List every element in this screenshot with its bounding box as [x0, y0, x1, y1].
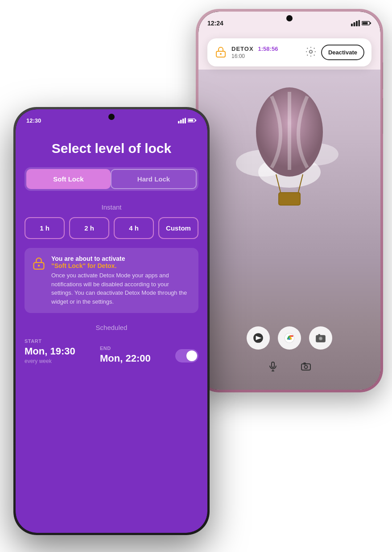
back-status-bar: 12:24 — [198, 12, 380, 31]
scheduled-section-label: Scheduled — [25, 324, 198, 331]
back-phone-status-icons — [351, 20, 371, 26]
chrome-icon — [284, 332, 295, 344]
info-text-block: You are about to activate "Soft Lock" fo… — [51, 255, 191, 306]
info-lock-svg — [32, 256, 46, 270]
notif-gear-icon[interactable] — [305, 46, 317, 59]
microphone-icon[interactable] — [263, 357, 283, 376]
notif-row1: DETOX 1:58:56 — [231, 45, 301, 52]
front-phone: 12:30 — [13, 107, 210, 535]
start-repeat: every week — [25, 358, 91, 364]
front-camera-notch — [108, 114, 115, 120]
hard-lock-btn[interactable]: Hard Lock — [111, 169, 197, 189]
schedule-start-block: START Mon, 19:30 every week — [25, 338, 91, 364]
back-phone-time: 12:24 — [207, 20, 223, 27]
time-option-custom[interactable]: Custom — [158, 217, 198, 239]
soft-lock-btn[interactable]: Soft Lock — [26, 169, 111, 189]
notification-card: DETOX 1:58:56 16:00 Deactivate — [207, 38, 371, 66]
svg-rect-34 — [180, 119, 182, 123]
camera-icon — [315, 332, 326, 344]
svg-rect-30 — [301, 364, 310, 370]
start-time: Mon, 19:30 — [25, 346, 91, 357]
back-dock — [198, 326, 380, 376]
info-title-part1: You are about to activate — [51, 255, 125, 262]
games-icon — [252, 332, 264, 344]
info-card: You are about to activate "Soft Lock" fo… — [25, 248, 198, 313]
time-option-2h[interactable]: 2 h — [69, 217, 109, 239]
svg-point-41 — [38, 264, 40, 267]
dock-icon-2[interactable] — [278, 326, 301, 350]
lock-icon-svg — [215, 45, 227, 58]
signal-icon — [351, 20, 360, 26]
dock-icon-1[interactable] — [247, 326, 270, 350]
schedule-end-block: END Mon, 22:00 — [100, 346, 166, 364]
svg-rect-35 — [182, 119, 184, 124]
info-body-text: Once you activate Detox Mode your apps a… — [51, 271, 191, 306]
back-phone-side-btn-1 — [383, 62, 383, 89]
scene: 12:24 — [0, 0, 392, 552]
mic-svg — [268, 361, 278, 372]
svg-point-31 — [305, 366, 308, 369]
camera-small-svg — [301, 361, 311, 372]
deactivate-button[interactable]: Deactivate — [321, 45, 364, 60]
svg-rect-6 — [370, 22, 371, 24]
hot-air-balloon-svg — [227, 74, 352, 252]
front-status-icons — [178, 118, 197, 124]
front-phone-inner: 12:30 — [16, 109, 207, 533]
svg-rect-26 — [318, 334, 320, 335]
time-option-4h[interactable]: 4 h — [114, 217, 154, 239]
svg-rect-3 — [359, 20, 360, 26]
info-title: You are about to activate "Soft Lock" fo… — [51, 255, 191, 269]
svg-rect-2 — [356, 21, 358, 26]
svg-rect-38 — [188, 119, 193, 122]
svg-point-8 — [220, 53, 222, 55]
back-dock-bottom-row — [198, 357, 380, 376]
instant-section-label: Instant — [25, 203, 198, 211]
front-phone-screen: 12:30 — [16, 109, 207, 533]
notif-detox-label: DETOX — [231, 45, 254, 52]
notif-lock-icon — [215, 45, 227, 60]
notif-timer: 1:58:56 — [258, 45, 278, 52]
time-options-row: 1 h 2 h 4 h Custom — [25, 217, 198, 239]
end-time: Mon, 22:00 — [100, 353, 166, 364]
scheduled-row: START Mon, 19:30 every week END Mon, 22:… — [25, 338, 198, 364]
svg-rect-39 — [195, 119, 196, 121]
svg-point-25 — [319, 337, 322, 339]
camera-dock-icon[interactable] — [296, 357, 316, 376]
scheduled-toggle[interactable] — [175, 349, 198, 363]
info-title-part2: "Soft Lock" for Detox. — [51, 262, 116, 269]
svg-rect-17 — [279, 193, 300, 205]
front-battery-icon — [188, 118, 197, 123]
start-label: START — [25, 338, 91, 344]
time-option-1h[interactable]: 1 h — [25, 217, 65, 239]
end-label: END — [100, 346, 166, 351]
svg-rect-33 — [178, 121, 180, 123]
svg-rect-27 — [272, 362, 274, 367]
dock-icon-3[interactable] — [309, 326, 332, 350]
info-lock-icon — [32, 256, 46, 270]
notif-info: DETOX 1:58:56 16:00 — [231, 45, 301, 59]
back-camera-notch — [286, 15, 293, 21]
back-dock-app-icons — [198, 326, 380, 350]
front-signal-icon — [178, 118, 186, 124]
front-phone-time: 12:30 — [26, 117, 41, 124]
svg-rect-0 — [351, 24, 353, 26]
back-phone-screen: 12:24 — [198, 12, 380, 390]
svg-point-9 — [309, 50, 313, 53]
page-title: Select level of lock — [25, 140, 198, 157]
svg-rect-1 — [354, 22, 355, 26]
lock-type-toggle: Soft Lock Hard Lock — [25, 167, 198, 191]
notif-duration: 16:00 — [231, 53, 301, 59]
battery-icon — [362, 21, 371, 26]
svg-rect-5 — [363, 22, 368, 25]
back-phone: 12:24 — [196, 9, 383, 392]
back-phone-inner: 12:24 — [198, 12, 380, 390]
back-phone-side-btn-2 — [383, 98, 383, 134]
front-content-area: Select level of lock Soft Lock Hard Lock… — [16, 132, 207, 533]
gear-icon-svg — [305, 46, 317, 58]
svg-rect-36 — [185, 118, 186, 124]
